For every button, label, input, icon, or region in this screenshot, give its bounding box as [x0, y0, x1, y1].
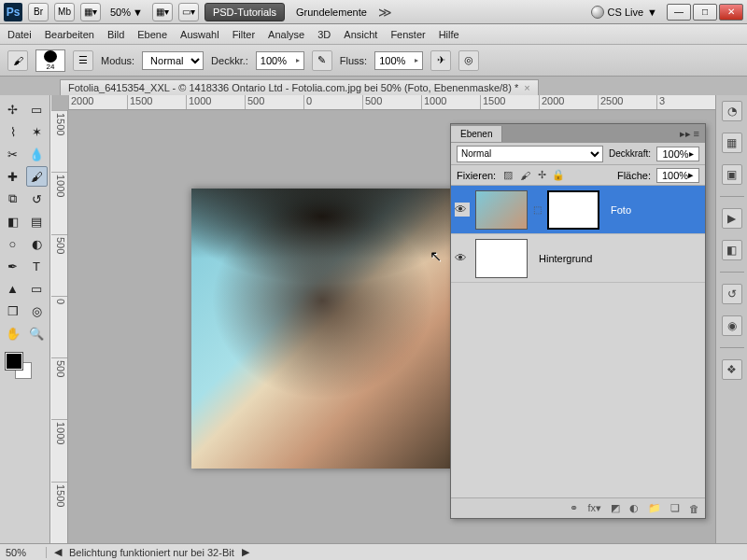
- marquee-tool[interactable]: ▭: [26, 99, 48, 119]
- brush-preset-picker[interactable]: 24: [35, 49, 65, 72]
- layer-row[interactable]: 👁 ⬚ Foto: [451, 186, 705, 234]
- layer-name[interactable]: Foto: [605, 204, 701, 216]
- actions-panel-icon[interactable]: ◉: [722, 315, 742, 336]
- menu-fenster[interactable]: Fenster: [390, 29, 425, 40]
- cs-live-button[interactable]: CS Live▼: [591, 6, 657, 19]
- tool-preset-picker[interactable]: 🖌: [7, 50, 28, 71]
- move-tool[interactable]: ✢: [2, 99, 23, 119]
- status-zoom[interactable]: 50%: [6, 547, 47, 558]
- lock-position-icon[interactable]: ✢: [535, 169, 548, 182]
- gradient-tool[interactable]: ▤: [26, 211, 48, 231]
- dodge-tool[interactable]: ◐: [26, 233, 48, 254]
- lock-all-icon[interactable]: 🔒: [552, 169, 565, 182]
- shape-tool[interactable]: ▭: [26, 278, 48, 299]
- pen-tool[interactable]: ✒: [2, 256, 23, 276]
- styles-panel-icon[interactable]: ▣: [722, 164, 742, 185]
- link-layers-icon[interactable]: ⚭: [570, 502, 578, 514]
- visibility-toggle-icon[interactable]: 👁: [455, 203, 470, 217]
- adjustments-panel-icon[interactable]: ▶: [722, 208, 742, 229]
- mask-link-icon[interactable]: ⬚: [533, 204, 542, 215]
- panel-menu-icon[interactable]: ▸▸ ≡: [674, 128, 705, 140]
- masks-panel-icon[interactable]: ◧: [722, 240, 742, 260]
- mode-label: Modus:: [101, 55, 134, 66]
- layer-name[interactable]: Hintergrund: [533, 253, 701, 264]
- healing-brush-tool[interactable]: ✚: [2, 166, 23, 187]
- screen-mode-button[interactable]: ▭▾: [178, 3, 199, 21]
- pressure-opacity-icon[interactable]: ✎: [312, 50, 332, 71]
- brush-tool[interactable]: 🖌: [26, 166, 48, 187]
- menu-3d[interactable]: 3D: [317, 29, 331, 40]
- foreground-color-swatch[interactable]: [6, 353, 22, 370]
- status-nav-icon[interactable]: ▶: [242, 546, 249, 558]
- airbrush-icon[interactable]: ✈: [430, 50, 451, 71]
- crop-tool[interactable]: ✂: [2, 144, 23, 164]
- delete-layer-icon[interactable]: 🗑: [689, 503, 699, 514]
- close-tab-icon[interactable]: ×: [524, 82, 529, 93]
- menu-hilfe[interactable]: Hilfe: [439, 29, 459, 40]
- visibility-toggle-icon[interactable]: 👁: [455, 251, 470, 265]
- minimize-button[interactable]: —: [667, 4, 691, 21]
- menu-bearbeiten[interactable]: Bearbeiten: [45, 29, 94, 40]
- hand-tool[interactable]: ✋: [2, 323, 23, 343]
- view-extras-button[interactable]: ▦▾: [80, 3, 101, 21]
- menu-bild[interactable]: Bild: [107, 29, 124, 40]
- menu-analyse[interactable]: Analyse: [268, 29, 304, 40]
- 3d-tool[interactable]: ❒: [2, 301, 23, 321]
- flow-field[interactable]: 100%▸: [374, 51, 423, 70]
- menu-filter[interactable]: Filter: [233, 29, 255, 40]
- close-button[interactable]: ✕: [719, 4, 743, 21]
- layer-thumbnail[interactable]: [475, 190, 528, 230]
- layer-fill-field[interactable]: 100% ▸: [656, 168, 699, 183]
- zoom-tool[interactable]: 🔍: [26, 323, 48, 343]
- document-tabs: Fotolia_6415354_XXL - © 1418336 Ontario …: [0, 77, 747, 95]
- adjustment-layer-icon[interactable]: ◐: [629, 502, 639, 514]
- lock-transparent-icon[interactable]: ▨: [501, 169, 514, 182]
- clone-stamp-tool[interactable]: ⧉: [2, 189, 23, 209]
- grundelemente-workspace[interactable]: Grundelemente: [290, 5, 373, 20]
- opacity-field[interactable]: 100%▸: [256, 51, 304, 70]
- bridge-button[interactable]: Br: [28, 3, 49, 21]
- document-canvas[interactable]: [191, 189, 453, 469]
- color-swatches[interactable]: [2, 351, 48, 383]
- layer-style-icon[interactable]: fx▾: [587, 502, 601, 514]
- status-nav-icon[interactable]: ◀: [54, 546, 62, 558]
- eraser-tool[interactable]: ◧: [2, 211, 23, 231]
- layer-row[interactable]: 👁 Hintergrund: [451, 234, 705, 283]
- blur-tool[interactable]: ○: [2, 233, 23, 254]
- layers-tab[interactable]: Ebenen: [451, 126, 502, 142]
- maximize-button[interactable]: □: [693, 4, 717, 21]
- eyedropper-tool[interactable]: 💧: [26, 144, 48, 164]
- menu-ansicht[interactable]: Ansicht: [344, 29, 377, 40]
- minibridge-button[interactable]: Mb: [54, 3, 75, 21]
- pressure-size-icon[interactable]: ◎: [458, 50, 479, 71]
- lock-pixels-icon[interactable]: 🖌: [518, 169, 531, 182]
- 3d-camera-tool[interactable]: ◎: [26, 301, 48, 321]
- psd-tutorials-workspace[interactable]: PSD-Tutorials: [204, 3, 285, 21]
- new-layer-icon[interactable]: ❏: [670, 502, 680, 514]
- layer-opacity-field[interactable]: 100% ▸: [656, 147, 699, 161]
- path-select-tool[interactable]: ▲: [2, 278, 23, 299]
- history-panel-icon[interactable]: ↺: [722, 284, 742, 304]
- layer-mask-icon[interactable]: ◩: [611, 502, 620, 514]
- workspace-overflow-icon[interactable]: ≫: [378, 5, 392, 20]
- zoom-level-select[interactable]: 50% ▼: [106, 7, 147, 18]
- layers-panel-icon[interactable]: ❖: [722, 359, 742, 380]
- arrange-documents-button[interactable]: ▦▾: [152, 3, 173, 21]
- vertical-ruler: 15001000500050010001500: [51, 110, 68, 543]
- group-icon[interactable]: 📁: [648, 502, 661, 514]
- menu-ebene[interactable]: Ebene: [137, 29, 167, 40]
- menu-auswahl[interactable]: Auswahl: [180, 29, 219, 40]
- layer-thumbnail[interactable]: [475, 239, 528, 278]
- blend-mode-select[interactable]: Normal: [142, 51, 204, 70]
- history-brush-tool[interactable]: ↺: [26, 189, 48, 209]
- lasso-tool[interactable]: ⌇: [2, 121, 23, 142]
- swatches-panel-icon[interactable]: ▦: [722, 133, 742, 153]
- menu-datei[interactable]: Datei: [7, 29, 32, 40]
- layer-mask-thumbnail[interactable]: [547, 190, 599, 230]
- brush-panel-toggle[interactable]: ☰: [73, 50, 93, 71]
- layer-blend-mode-select[interactable]: Normal: [457, 146, 603, 162]
- document-tab[interactable]: Fotolia_6415354_XXL - © 1418336 Ontario …: [60, 79, 539, 95]
- quick-select-tool[interactable]: ✶: [26, 121, 48, 142]
- type-tool[interactable]: T: [26, 256, 48, 276]
- color-panel-icon[interactable]: ◔: [722, 101, 742, 121]
